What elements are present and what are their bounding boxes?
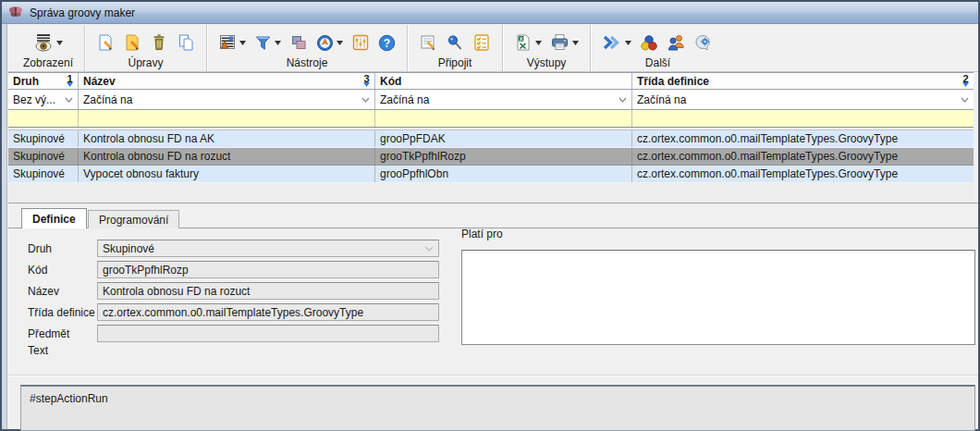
- toolbar-group-pripojit: Připojit: [408, 25, 503, 71]
- column-header-kod[interactable]: Kód: [375, 73, 632, 89]
- toolbar-group-nastroje: ? Nástroje: [207, 25, 408, 71]
- butterfly-icon: [8, 5, 23, 21]
- app-window: Správa groovy maker Zobrazení: [0, 0, 980, 431]
- sort-arrow-icon: [67, 82, 73, 87]
- history-button[interactable]: [316, 34, 343, 52]
- filter-druh-input[interactable]: [8, 110, 79, 127]
- excel-export-icon: X: [514, 33, 533, 52]
- copy-record-icon: [177, 33, 195, 52]
- column-header-druh[interactable]: Druh 1: [8, 73, 79, 89]
- filter-icon: [254, 34, 272, 52]
- ai-assistant-button[interactable]: [694, 33, 714, 52]
- groovy-text-area[interactable]: #stepActionRun: [20, 385, 975, 431]
- column-header-nazev[interactable]: Název 3: [79, 73, 375, 89]
- section-divider: [8, 375, 978, 376]
- tasklist-icon: [472, 33, 491, 52]
- more-actions-button[interactable]: [602, 34, 631, 51]
- chevrons-icon: [602, 34, 622, 51]
- group-icon: [289, 33, 308, 52]
- settings-icon: [351, 33, 370, 52]
- title-bar: Správa groovy maker: [2, 2, 978, 24]
- help-icon: ?: [378, 34, 396, 52]
- filter-nazev-input[interactable]: [79, 110, 375, 127]
- sort-indicator: 2: [962, 75, 969, 87]
- toolbar-group-label: Další: [645, 56, 670, 69]
- filter-kod-select[interactable]: Začíná na: [375, 90, 632, 109]
- filter-trida-input[interactable]: [632, 110, 974, 127]
- toolbar: Zobrazení: [8, 25, 978, 72]
- window-left-gutter: [2, 24, 7, 429]
- new-record-button[interactable]: [96, 33, 115, 52]
- svg-text:X: X: [520, 36, 523, 42]
- sort-indicator: 1: [67, 75, 73, 87]
- chevron-down-icon: [56, 41, 63, 45]
- filter-trida-select[interactable]: Začíná na: [632, 90, 974, 109]
- print-icon: [550, 33, 570, 52]
- chevron-down-icon: [65, 97, 73, 103]
- filter-button[interactable]: [254, 34, 281, 52]
- table-row-selected[interactable]: Skupinové Kontrola obnosu FD na rozuct g…: [8, 148, 974, 166]
- toolbar-group-zobrazeni: Zobrazení: [12, 25, 85, 71]
- print-button[interactable]: [550, 33, 579, 52]
- settings-button[interactable]: [351, 33, 370, 52]
- tab-definice[interactable]: Definice: [21, 208, 87, 228]
- records-table: Druh 1 Název 3 Kód Třída definice 2: [8, 72, 974, 203]
- filter-kod-input[interactable]: [375, 110, 632, 127]
- history-icon: [316, 34, 334, 52]
- toolbar-group-label: Zobrazení: [23, 56, 73, 69]
- group-button[interactable]: [289, 33, 308, 52]
- tasklist-button[interactable]: [472, 33, 491, 52]
- toolbar-group-label: Nástroje: [287, 56, 328, 69]
- tab-programovani[interactable]: Programování: [88, 210, 179, 228]
- trida-definice-label: Třída definice: [28, 303, 95, 321]
- svg-text:?: ?: [384, 36, 390, 49]
- spheres-button[interactable]: [640, 34, 658, 52]
- table-row[interactable]: Skupinové Vypocet obnosu faktury grooPpf…: [8, 166, 974, 183]
- trida-definice-field[interactable]: cz.ortex.common.o0.mailTemplateTypes.Gro…: [97, 303, 439, 321]
- users-icon: [667, 33, 686, 52]
- users-button[interactable]: [667, 33, 686, 52]
- edit-record-button[interactable]: [123, 33, 141, 52]
- chevron-down-icon: [625, 41, 631, 45]
- chevron-down-icon: [337, 41, 343, 45]
- detail-panel: Definice Programování Druh Skupinové Kód…: [8, 203, 978, 429]
- toolbar-group-label: Výstupy: [527, 56, 567, 69]
- plati-pro-label: Platí pro: [461, 228, 503, 240]
- eye-view-icon: [34, 33, 54, 52]
- pin-button[interactable]: [446, 33, 464, 52]
- nazev-label: Název: [28, 282, 59, 300]
- delete-record-icon: [150, 33, 168, 52]
- filter-druh-select[interactable]: Bez vý...: [8, 90, 79, 109]
- list-view-icon: [218, 33, 237, 52]
- delete-record-button[interactable]: [150, 33, 168, 52]
- chevron-down-icon: [619, 97, 627, 103]
- druh-combobox[interactable]: Skupinové: [97, 240, 439, 257]
- view-menu-button[interactable]: [34, 33, 63, 52]
- chevron-down-icon: [239, 41, 246, 45]
- table-row[interactable]: Skupinové Kontrola obnosu FD na AK grooP…: [8, 130, 974, 148]
- excel-export-button[interactable]: X: [514, 33, 542, 52]
- toolbar-group-upravy: Úpravy: [85, 25, 207, 71]
- note-icon: [419, 33, 437, 52]
- column-header-trida-definice[interactable]: Třída definice 2: [632, 73, 974, 89]
- kod-field[interactable]: grooTkPpfhlRozp: [97, 261, 439, 278]
- predmet-field[interactable]: [97, 325, 439, 342]
- nazev-field[interactable]: Kontrola obnosu FD na rozuct: [97, 282, 439, 300]
- edit-record-icon: [123, 33, 141, 52]
- sort-arrow-icon: [363, 82, 370, 87]
- toolbar-group-vystupy: X Výstupy: [503, 25, 591, 71]
- balls-icon: [640, 34, 658, 52]
- help-button[interactable]: ?: [378, 34, 396, 52]
- toolbar-group-label: Úpravy: [129, 56, 164, 69]
- chevron-down-icon: [961, 97, 969, 103]
- plati-pro-listbox[interactable]: [461, 250, 975, 345]
- sort-indicator: 3: [363, 75, 370, 87]
- copy-record-button[interactable]: [177, 33, 195, 52]
- druh-label: Druh: [28, 240, 52, 257]
- note-button[interactable]: [419, 33, 437, 52]
- toolbar-group-label: Připojit: [438, 56, 472, 69]
- window-title: Správa groovy maker: [30, 6, 135, 19]
- list-view-button[interactable]: [218, 33, 246, 52]
- filter-row: Bez vý... Začíná na Začíná na Začíná na: [8, 90, 974, 110]
- filter-nazev-select[interactable]: Začíná na: [79, 90, 375, 109]
